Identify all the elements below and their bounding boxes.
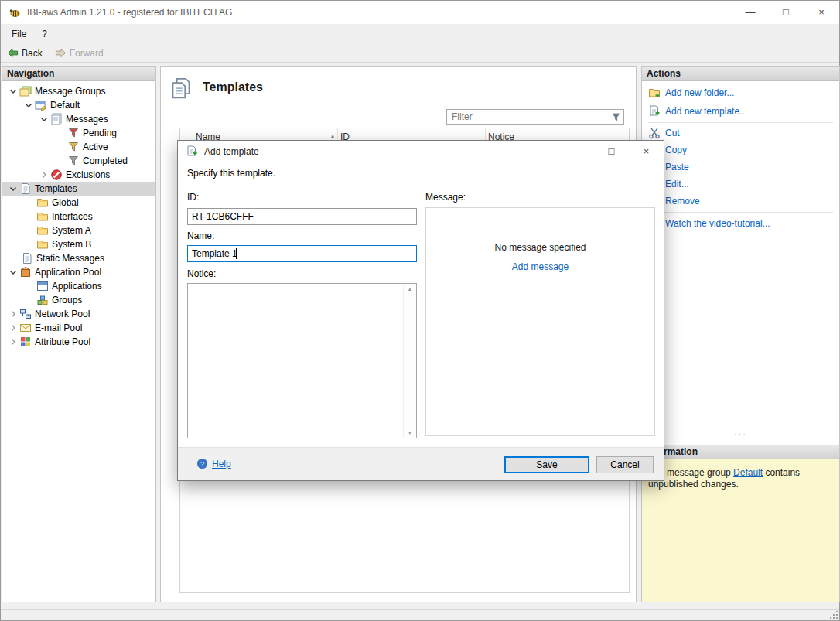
action-cut[interactable]: Cut: [648, 125, 836, 142]
close-button[interactable]: ×: [804, 1, 839, 24]
tree-item-network-pool[interactable]: Network Pool: [2, 307, 155, 321]
add-message-link[interactable]: Add message: [512, 261, 569, 272]
tree-item-templates[interactable]: Templates: [2, 182, 155, 196]
name-field[interactable]: [187, 245, 417, 262]
tree-item-messages[interactable]: Messages: [2, 112, 155, 126]
tree-item-completed[interactable]: Completed: [2, 154, 155, 168]
navigation-panel-header: Navigation: [2, 67, 155, 81]
add-template-icon: [648, 105, 661, 118]
filter-funnel-icon[interactable]: [611, 112, 621, 122]
scroll-up-icon[interactable]: ▲: [408, 284, 413, 294]
tree-item-label: Default: [50, 100, 80, 111]
chevron-down-icon[interactable]: [38, 113, 50, 125]
chevron-down-icon[interactable]: [7, 266, 19, 278]
tree-item-groups[interactable]: Groups: [2, 293, 155, 307]
resize-grip[interactable]: [830, 611, 838, 619]
action-label: Remove: [665, 196, 700, 206]
window-title: IBI-aws Admin 1.21.0 - registered for IB…: [27, 1, 232, 24]
chevron-right-icon[interactable]: [7, 336, 19, 348]
menu-file[interactable]: File: [4, 24, 34, 44]
page-title: Templates: [203, 80, 263, 94]
pending-funnel-icon: [67, 127, 80, 139]
folder-icon: [36, 196, 49, 209]
id-label: ID:: [187, 192, 199, 203]
cut-scissors-icon: [648, 127, 661, 139]
forward-label: Forward: [70, 48, 104, 59]
help-icon: ?: [196, 458, 208, 469]
action-copy[interactable]: Copy: [648, 142, 836, 159]
action-add-new-folder[interactable]: Add new folder...: [648, 84, 836, 101]
dialog-footer: ? Help Save Cancel: [178, 447, 664, 480]
tree-item-message-groups[interactable]: Message Groups: [2, 84, 155, 98]
tree-item-interfaces[interactable]: Interfaces: [2, 210, 155, 223]
folder-icon: [36, 238, 49, 251]
dialog-maximize-button[interactable]: □: [594, 141, 629, 162]
help-label: Help: [212, 459, 231, 469]
filter-input[interactable]: [447, 110, 608, 124]
cancel-button[interactable]: Cancel: [596, 456, 654, 473]
action-paste[interactable]: Paste: [648, 159, 836, 176]
dialog-window-controls: — □ ×: [559, 141, 664, 162]
action-watch-video-tutorial[interactable]: Watch the video-tutorial...: [648, 215, 836, 232]
tree-item-attribute-pool[interactable]: Attribute Pool: [2, 335, 155, 349]
dialog-close-button[interactable]: ×: [629, 141, 664, 162]
save-button[interactable]: Save: [504, 456, 589, 473]
tree-item-default[interactable]: Default: [2, 98, 155, 112]
chevron-right-icon[interactable]: [7, 322, 19, 334]
tree-item-active[interactable]: Active: [2, 140, 155, 154]
back-arrow-icon: [7, 47, 19, 59]
back-button[interactable]: Back: [1, 44, 49, 63]
tree-item-pending[interactable]: Pending: [2, 126, 155, 140]
scroll-down-icon[interactable]: ▼: [408, 428, 413, 438]
tree-item-label: Templates: [35, 183, 77, 194]
tree-item-label: Global: [52, 197, 79, 208]
action-edit[interactable]: Edit...: [648, 176, 836, 193]
name-field-wrap: [187, 245, 417, 262]
tree-item-system-b[interactable]: System B: [2, 237, 155, 251]
tree-item-system-a[interactable]: System A: [2, 223, 155, 237]
action-label: Edit...: [665, 179, 689, 189]
action-label: Paste: [665, 162, 689, 172]
maximize-button[interactable]: □: [768, 1, 804, 24]
tree-item-global[interactable]: Global: [2, 196, 155, 210]
active-funnel-icon: [67, 141, 80, 153]
dialog-body: Specify this template. ID: Name: Notice:…: [178, 162, 664, 449]
tree-item-label: Active: [83, 142, 108, 152]
tree-item-applications[interactable]: Applications: [2, 279, 155, 293]
message-box: No message specified Add message: [425, 207, 655, 436]
tree-item-email-pool[interactable]: E-mail Pool: [2, 321, 155, 335]
default-group-link[interactable]: Default: [733, 467, 763, 478]
tree-item-label: Applications: [52, 281, 102, 292]
help-button[interactable]: ? Help: [196, 458, 231, 469]
titlebar: IBI-aws Admin 1.21.0 - registered for IB…: [1, 1, 839, 24]
tree-item-label: Interfaces: [52, 211, 93, 222]
tree-item-exclusions[interactable]: Exclusions: [2, 168, 155, 182]
network-pool-icon: [19, 308, 32, 320]
attribute-pool-icon: [19, 336, 32, 348]
notice-scrollbar[interactable]: ▲ ▼: [403, 284, 416, 438]
app-logo-icon: [9, 6, 21, 19]
text-caret: [236, 248, 237, 259]
minimize-button[interactable]: —: [732, 1, 768, 24]
folder-icon: [36, 224, 49, 237]
tree-item-label: E-mail Pool: [35, 322, 82, 333]
action-add-new-template[interactable]: Add new template...: [648, 103, 836, 120]
tree-item-application-pool[interactable]: Application Pool: [2, 265, 155, 279]
chevron-right-icon[interactable]: [7, 308, 19, 320]
id-field[interactable]: [187, 208, 417, 225]
add-folder-icon: [648, 87, 661, 99]
chevron-down-icon[interactable]: [22, 99, 35, 111]
panel-splitter-handle[interactable]: ...: [642, 428, 839, 439]
forward-button[interactable]: Forward: [49, 44, 110, 63]
dialog-minimize-button[interactable]: —: [559, 141, 594, 162]
action-remove[interactable]: Remove: [648, 193, 836, 210]
chevron-down-icon[interactable]: [7, 183, 19, 195]
action-label: Add new folder...: [665, 87, 734, 98]
chevron-right-icon[interactable]: [38, 169, 50, 181]
menu-help[interactable]: ?: [34, 24, 55, 44]
notice-field[interactable]: [188, 284, 403, 438]
exclusions-icon: [50, 169, 63, 181]
chevron-down-icon[interactable]: [7, 85, 19, 97]
notice-label: Notice:: [187, 268, 216, 279]
tree-item-static-messages[interactable]: Static Messages: [2, 251, 155, 265]
